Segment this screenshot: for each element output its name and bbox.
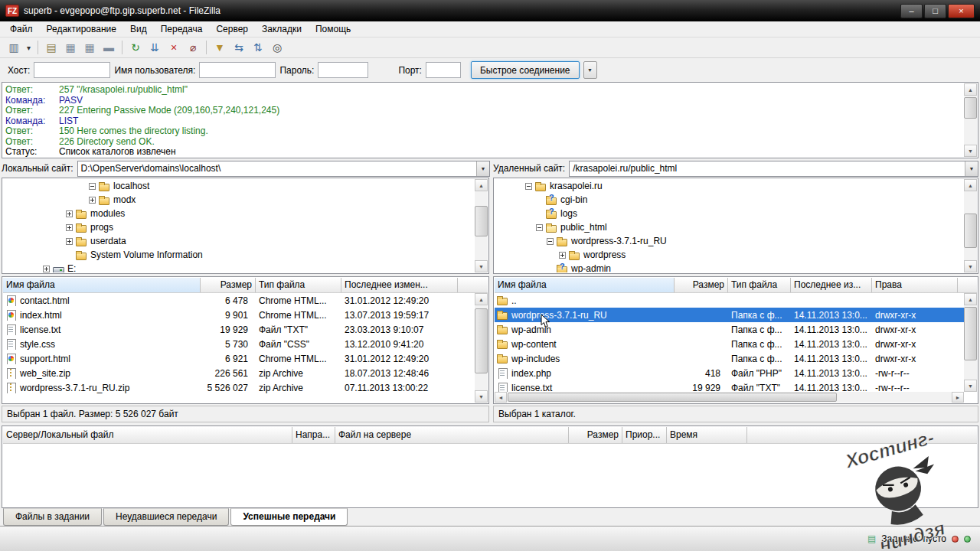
tree-item[interactable]: modules [3,207,475,220]
maximize-button[interactable]: □ [924,4,946,18]
file-row[interactable]: index.php 418 Файл "PHP" 14.11.2013 13:0… [495,366,964,380]
file-row[interactable]: wp-admin Папка с ф... 14.11.2013 13:0...… [495,322,964,337]
column-header[interactable]: Время [667,427,747,443]
queue-tab[interactable]: Успешные передачи [230,508,348,526]
scrollbar-thumb[interactable] [475,308,488,373]
queue-tab[interactable]: Файлы в задании [3,508,102,526]
file-row[interactable]: web_site.zip 226 561 zip Archive 18.07.2… [3,366,475,380]
close-button[interactable]: × [948,4,975,18]
toggle-log-button[interactable]: ▤ [42,39,60,57]
toggle-queue-button[interactable]: ▬ [100,39,118,57]
column-header[interactable]: Размер [201,278,256,292]
compare-button[interactable]: ⇆ [230,39,248,57]
remote-path-combo[interactable] [569,161,978,177]
file-row[interactable]: contact.html 6 478 Chrome HTML... 31.01.… [3,293,475,308]
file-row[interactable]: .. [495,293,964,308]
remote-list-hscrollbar[interactable] [495,392,964,403]
tree-item[interactable]: modx [3,193,475,207]
file-row[interactable]: wp-content Папка с ф... 14.11.2013 13:0.… [495,337,964,351]
tree-item[interactable]: System Volume Information [3,248,475,262]
scroll-down-icon[interactable] [475,390,488,403]
column-header[interactable]: Тип файла [256,278,341,292]
password-input[interactable] [318,62,368,78]
tree-item[interactable]: public_html [495,220,964,234]
tree-item[interactable]: krasapolei.ru [495,179,964,193]
tree-item[interactable]: localhost [3,179,475,193]
menu-item[interactable]: Сервер [209,22,255,36]
column-header[interactable]: Приор... [622,427,667,443]
local-path-combo[interactable] [77,161,491,177]
tree-item[interactable]: wordpress-3.7.1-ru_RU [495,234,964,248]
menu-item[interactable]: Редактирование [40,22,123,36]
column-header[interactable]: Имя файла [495,278,675,292]
toggle-remote-tree-button[interactable]: ▦ [80,39,99,57]
scroll-down-icon[interactable] [475,260,488,272]
local-path-input[interactable] [78,161,477,176]
file-row[interactable]: wordpress-3.7.1-ru_RU Папка с ф... 14.11… [495,308,964,322]
filter-button[interactable]: ▼ [211,39,229,57]
scrollbar-thumb[interactable] [508,393,837,402]
remote-path-input[interactable] [570,161,965,176]
menu-item[interactable]: Закладки [255,22,309,36]
site-manager-dropdown[interactable]: ▾ [24,39,34,57]
scroll-right-icon[interactable] [952,392,964,403]
scroll-up-icon[interactable] [475,293,488,305]
remote-tree-scrollbar[interactable] [964,179,977,272]
tree-item[interactable]: E: [3,262,475,272]
remote-list-scrollbar[interactable] [964,293,977,392]
column-header[interactable]: Последнее измен... [341,278,458,292]
column-header[interactable]: Последнее из... [791,278,872,292]
disconnect-button[interactable]: ⌀ [184,39,202,57]
column-header[interactable]: Напра... [292,427,335,443]
file-row[interactable]: style.css 5 730 Файл "CSS" 13.12.2010 9:… [3,337,475,351]
file-row[interactable]: wp-includes Папка с ф... 14.11.2013 13:0… [495,351,964,366]
file-row[interactable]: wordpress-3.7.1-ru_RU.zip 5 526 027 zip … [3,380,475,395]
username-input[interactable] [199,62,276,78]
scrollbar-thumb[interactable] [964,307,977,360]
scroll-up-icon[interactable] [964,83,977,96]
tree-item[interactable]: logs [495,207,964,220]
tree-item[interactable]: wp-admin [495,262,964,272]
cancel-button[interactable]: × [165,39,183,57]
find-files-button[interactable]: ◎ [268,39,286,57]
scroll-up-icon[interactable] [964,293,977,305]
menu-item[interactable]: Передача [154,22,210,36]
site-manager-button[interactable]: ▥ [5,39,23,57]
combo-dropdown-icon[interactable] [965,161,978,176]
scroll-down-icon[interactable] [964,145,977,157]
combo-dropdown-icon[interactable] [476,161,489,176]
menu-item[interactable]: Файл [3,22,40,36]
column-header[interactable]: Сервер/Локальный файл [3,427,292,443]
menu-item[interactable]: Вид [123,22,154,36]
local-list-scrollbar[interactable] [475,293,488,403]
scrollbar-thumb[interactable] [964,214,977,248]
tree-expander-icon[interactable] [66,238,73,245]
tree-item[interactable]: userdata [3,234,475,248]
scrollbar-thumb[interactable] [475,206,488,236]
local-tree-scrollbar[interactable] [475,179,488,272]
tree-item[interactable]: cgi-bin [495,193,964,207]
tree-expander-icon[interactable] [66,210,73,217]
scroll-left-icon[interactable] [495,392,507,403]
scroll-up-icon[interactable] [964,179,977,191]
tree-expander-icon[interactable] [89,197,96,204]
file-row[interactable]: support.html 6 921 Chrome HTML... 31.01.… [3,351,475,366]
log-scrollbar[interactable] [964,83,977,157]
host-input[interactable] [34,62,110,78]
tree-expander-icon[interactable] [66,224,73,231]
sync-browse-button[interactable]: ⇅ [249,39,267,57]
tree-expander-icon[interactable] [43,266,50,272]
tree-expander-icon[interactable] [536,224,543,231]
port-input[interactable] [426,62,461,78]
toggle-local-tree-button[interactable]: ▦ [61,39,80,57]
column-header[interactable]: Права [872,278,958,292]
tree-expander-icon[interactable] [525,183,532,190]
column-header[interactable]: Файл на сервере [335,427,569,443]
process-queue-button[interactable]: ⇊ [145,39,164,57]
tree-item[interactable]: wordpress [495,248,964,262]
scroll-down-icon[interactable] [964,260,977,272]
minimize-button[interactable]: – [900,4,923,18]
tree-expander-icon[interactable] [547,238,554,245]
tree-expander-icon[interactable] [559,252,566,259]
scrollbar-thumb[interactable] [964,97,977,119]
